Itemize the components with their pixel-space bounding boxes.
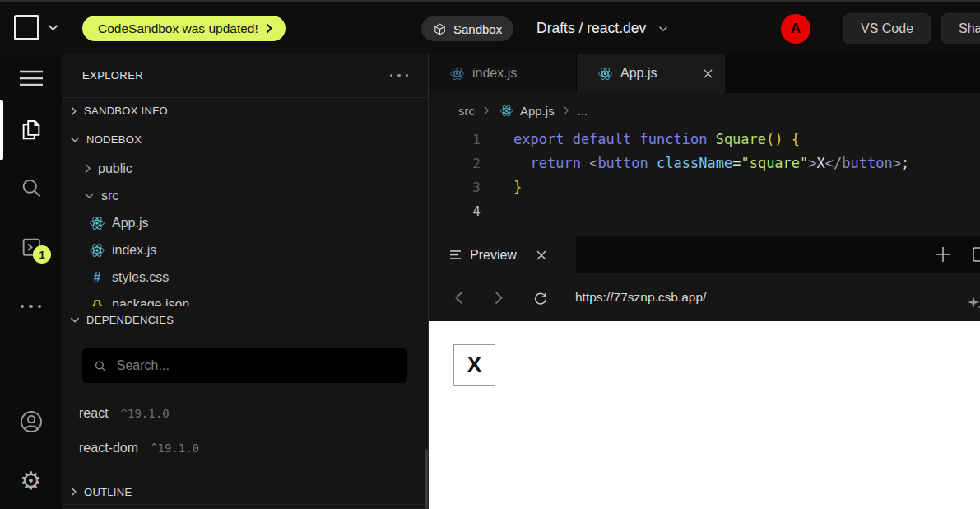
settings-button[interactable]: ⚙: [0, 466, 62, 496]
update-banner[interactable]: CodeSandbox was updated!: [82, 16, 286, 41]
terminal-count-badge: 1: [33, 245, 51, 264]
explorer-more-button[interactable]: [390, 74, 409, 77]
search-icon: [94, 359, 107, 373]
chevron-right-icon: [70, 487, 77, 497]
terminal-view-button[interactable]: 1: [0, 232, 62, 262]
sandbox-badge-label: Sandbox: [453, 22, 502, 36]
chevron-left-icon: [455, 291, 463, 305]
forward-button[interactable]: [486, 291, 511, 305]
explorer-view-button[interactable]: [0, 114, 62, 144]
line-number: 1: [429, 128, 481, 152]
dependency-row[interactable]: react ^19.1.0: [62, 396, 428, 431]
search-icon: [20, 176, 43, 199]
dependency-search: [82, 348, 407, 383]
code-editor[interactable]: 1export default function Square() {2 ret…: [429, 128, 980, 236]
tree-item-app-js[interactable]: App.js: [62, 209, 428, 236]
breadcrumb-folder[interactable]: src: [458, 104, 475, 118]
back-button[interactable]: [447, 291, 471, 305]
chevron-right-icon: [495, 291, 503, 305]
react-icon: [89, 215, 105, 231]
avatar[interactable]: A: [781, 14, 810, 44]
section-sandbox-info[interactable]: SANDBOX INFO: [62, 97, 428, 124]
explorer-header: EXPLORER: [62, 54, 428, 97]
section-dependencies[interactable]: DEPENDENCIES: [62, 306, 428, 333]
hamburger-icon: [19, 69, 44, 87]
tree-item-package-json[interactable]: {} package.json: [62, 291, 428, 306]
section-nodebox[interactable]: NODEBOX: [62, 124, 428, 155]
chevron-down-icon: [70, 316, 80, 324]
preview-nav-bar: https://77sznp.csb.app/: [429, 273, 980, 321]
chevron-right-icon: [70, 106, 77, 116]
files-icon: [19, 117, 44, 142]
workspace-chevron-down-icon[interactable]: [48, 24, 58, 31]
dependency-row[interactable]: react-dom ^19.1.0: [62, 431, 428, 465]
tab-app-js[interactable]: App.js: [577, 54, 725, 93]
menu-button[interactable]: [0, 63, 62, 93]
section-outline[interactable]: OUTLINE: [62, 479, 428, 505]
breadcrumb: src App.js ...: [429, 93, 980, 128]
preview-tab[interactable]: Preview: [429, 236, 576, 273]
file-tree: public src App.js index.js: [62, 155, 428, 306]
json-icon: {}: [89, 297, 105, 306]
layout-button[interactable]: [972, 246, 980, 263]
square-button[interactable]: X: [453, 344, 495, 386]
codesandbox-logo[interactable]: [14, 15, 39, 40]
code-line[interactable]: 4: [429, 199, 980, 223]
url-bar[interactable]: https://77sznp.csb.app/: [575, 290, 706, 305]
editor-tab-bar: index.js App.js: [429, 54, 980, 93]
avatar-letter: A: [791, 21, 801, 37]
gear-icon: ⚙: [20, 469, 42, 493]
refresh-button[interactable]: [527, 290, 552, 306]
editor-column: index.js App.js src: [429, 54, 980, 509]
share-button[interactable]: Share: [941, 13, 980, 44]
react-icon: [597, 65, 613, 82]
line-number: 2: [429, 152, 481, 175]
chevron-down-icon: [658, 26, 668, 32]
preview-header: Preview: [429, 236, 980, 273]
project-breadcrumb-label: Drafts / react.dev: [536, 20, 646, 37]
more-views-button[interactable]: [0, 292, 62, 321]
close-preview-button[interactable]: [536, 250, 547, 261]
tree-item-index-js[interactable]: index.js: [62, 236, 428, 264]
dependency-search-input[interactable]: [115, 357, 396, 374]
top-bar: CodeSandbox was updated! Sandbox Drafts …: [0, 0, 980, 54]
breadcrumb-more[interactable]: ...: [578, 104, 588, 118]
preview-tab-strip: [576, 236, 980, 273]
tree-item-src[interactable]: src: [62, 182, 428, 209]
explorer-title: EXPLORER: [82, 69, 143, 82]
close-icon: [703, 68, 713, 79]
code-line[interactable]: 3}: [429, 175, 980, 199]
refresh-icon: [532, 290, 548, 306]
update-banner-label: CodeSandbox was updated!: [98, 21, 258, 36]
ai-sparkle-icon[interactable]: [966, 293, 980, 313]
search-view-button[interactable]: [0, 173, 62, 203]
vscode-button[interactable]: VS Code: [843, 13, 931, 44]
chevron-right-icon: [84, 163, 91, 174]
dependency-list: react ^19.1.0 react-dom ^19.1.0: [62, 396, 428, 465]
explorer-sidebar: EXPLORER SANDBOX INFO NODEBOX public src: [62, 54, 429, 509]
line-number: 4: [429, 199, 481, 223]
tab-index-js[interactable]: index.js: [429, 54, 577, 93]
sandbox-type-badge[interactable]: Sandbox: [421, 16, 513, 41]
chevron-down-icon: [70, 136, 80, 143]
breadcrumb-file[interactable]: App.js: [498, 102, 555, 119]
code-line[interactable]: 1export default function Square() {: [429, 128, 980, 152]
react-icon: [89, 242, 105, 259]
plus-icon: [934, 245, 952, 264]
sidebar-scrollbar[interactable]: [425, 449, 428, 509]
chevron-down-icon: [84, 192, 95, 199]
cube-icon: [433, 22, 447, 36]
react-icon: [448, 65, 465, 82]
close-tab-button[interactable]: [703, 68, 713, 79]
account-button[interactable]: [0, 407, 62, 437]
line-number: 3: [429, 175, 481, 199]
chevron-right-icon: [563, 105, 569, 115]
add-devtool-button[interactable]: [934, 245, 952, 264]
tree-item-public[interactable]: public: [62, 155, 428, 182]
css-icon: #: [89, 269, 105, 286]
project-breadcrumb[interactable]: Drafts / react.dev: [536, 2, 668, 55]
preview-list-icon: [449, 250, 462, 260]
code-line[interactable]: 2 return <button className="square">X</b…: [429, 152, 980, 175]
tree-item-styles-css[interactable]: # styles.css: [62, 264, 428, 291]
preview-content: X: [429, 321, 980, 509]
